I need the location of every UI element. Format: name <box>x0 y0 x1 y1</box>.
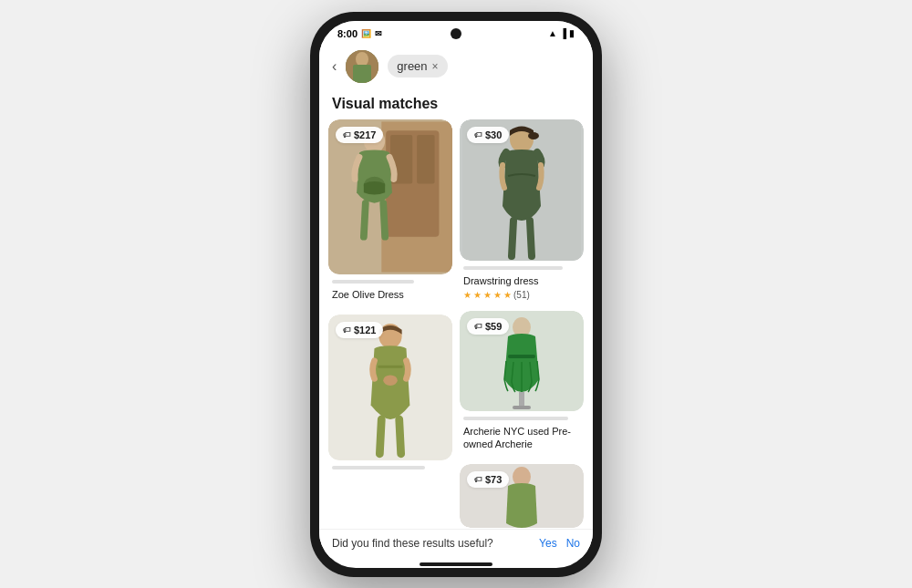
status-bar: 8:00 🖼️ ✉ ▲ ▐ ▮ <box>319 21 593 43</box>
wifi-icon: ▲ <box>548 28 557 38</box>
home-indicator[interactable] <box>420 562 492 566</box>
product-image-archerie: 🏷 $59 <box>460 311 584 411</box>
star-4: ★ <box>493 290 502 300</box>
phone-screen: 8:00 🖼️ ✉ ▲ ▐ ▮ ‹ <box>319 21 593 568</box>
price-tag-icon-bottom: 🏷 <box>474 475 482 484</box>
price-olive: $121 <box>354 325 376 335</box>
top-bar: ‹ green × <box>319 43 593 90</box>
price-tag-icon: 🏷 <box>343 130 351 139</box>
skeleton-bar-drawstring <box>463 266 563 270</box>
price-badge-bottom: 🏷 $73 <box>467 471 509 488</box>
feedback-bar: Did you find these results useful? Yes N… <box>319 529 593 557</box>
skeleton-bar-olive <box>332 466 425 469</box>
status-bar-left: 8:00 🖼️ ✉ <box>337 28 382 39</box>
battery-icon: ▮ <box>569 28 575 38</box>
price-badge-olive: 🏷 $121 <box>336 322 383 338</box>
svg-point-2 <box>356 52 368 67</box>
product-grid: 🏷 $217 Zoe Olive Dress <box>328 119 584 529</box>
product-card-drawstring[interactable]: 🏷 $30 Drawstring dress ★ ★ ★ <box>460 119 584 304</box>
phone-frame: 8:00 🖼️ ✉ ▲ ▐ ▮ ‹ <box>310 12 602 577</box>
product-image-zoe: 🏷 $217 <box>328 119 452 274</box>
svg-point-14 <box>383 375 398 386</box>
product-name-zoe: Zoe Olive Dress <box>332 288 449 301</box>
price-tag-icon-drawstring: 🏷 <box>474 130 482 139</box>
svg-rect-8 <box>417 135 434 183</box>
product-info-olive <box>328 460 452 478</box>
search-image-avatar[interactable] <box>346 50 378 83</box>
product-card-archerie[interactable]: 🏷 $59 Archerie NYC used Pre-owned Archer… <box>460 311 584 458</box>
price-tag-icon-olive: 🏷 <box>343 325 351 335</box>
message-icon: ✉ <box>375 29 382 38</box>
product-info-archerie: Archerie NYC used Pre-owned Archerie <box>460 411 584 458</box>
product-name-archerie: Archerie NYC used Pre-owned Archerie <box>463 425 580 451</box>
skeleton-bar <box>332 280 414 284</box>
product-card-olive[interactable]: 🏷 $121 <box>328 315 452 478</box>
time-display: 8:00 <box>337 28 358 39</box>
no-button[interactable]: No <box>566 537 580 550</box>
left-column: 🏷 $217 Zoe Olive Dress <box>328 119 452 529</box>
star-3: ★ <box>483 290 492 300</box>
price-zoe: $217 <box>354 129 376 140</box>
tag-close-button[interactable]: × <box>432 60 439 73</box>
signal-icon: ▐ <box>560 28 566 38</box>
star-1: ★ <box>463 290 472 300</box>
price-archerie: $59 <box>485 321 502 332</box>
star-half: ★ <box>503 290 512 300</box>
price-badge-drawstring: 🏷 $30 <box>467 127 509 143</box>
back-button[interactable]: ‹ <box>332 58 337 75</box>
svg-rect-13 <box>378 366 402 368</box>
product-card-zoe[interactable]: 🏷 $217 Zoe Olive Dress <box>328 119 452 307</box>
product-image-olive: 🏷 $121 <box>328 315 452 460</box>
star-2: ★ <box>473 290 482 300</box>
price-bottom: $73 <box>485 474 502 485</box>
skeleton-bar-archerie <box>463 417 568 420</box>
price-drawstring: $30 <box>485 129 502 140</box>
product-card-bottom[interactable]: 🏷 $73 <box>460 464 584 528</box>
product-image-bottom: 🏷 $73 <box>460 464 584 528</box>
price-badge-archerie: 🏷 $59 <box>467 318 509 335</box>
tag-label: green <box>397 59 427 73</box>
section-title: Visual matches <box>319 90 593 119</box>
right-column: 🏷 $30 Drawstring dress ★ ★ ★ <box>460 119 584 529</box>
svg-rect-3 <box>353 65 371 83</box>
app-content: ‹ green × <box>319 43 593 557</box>
product-image-drawstring: 🏷 $30 <box>460 119 584 261</box>
product-info-zoe: Zoe Olive Dress <box>328 274 452 307</box>
notification-icon: 🖼️ <box>361 29 371 38</box>
search-tag-green[interactable]: green × <box>388 55 447 77</box>
svg-point-17 <box>528 132 539 139</box>
review-count: (51) <box>513 290 530 300</box>
product-name-drawstring: Drawstring dress <box>463 274 580 287</box>
price-tag-icon-archerie: 🏷 <box>474 322 482 331</box>
yes-button[interactable]: Yes <box>539 537 557 550</box>
camera-notch <box>451 28 461 39</box>
svg-rect-22 <box>513 406 531 409</box>
product-grid-container: 🏷 $217 Zoe Olive Dress <box>319 119 593 529</box>
feedback-actions: Yes No <box>539 537 580 550</box>
status-bar-right: ▲ ▐ ▮ <box>548 28 575 38</box>
feedback-question: Did you find these results useful? <box>332 537 493 550</box>
svg-rect-20 <box>508 355 535 358</box>
rating-stars-drawstring: ★ ★ ★ ★ ★ (51) <box>463 290 580 300</box>
price-badge-zoe: 🏷 $217 <box>336 127 383 143</box>
avatar-image <box>346 50 378 83</box>
product-info-drawstring: Drawstring dress ★ ★ ★ ★ ★ (51) <box>460 261 584 304</box>
